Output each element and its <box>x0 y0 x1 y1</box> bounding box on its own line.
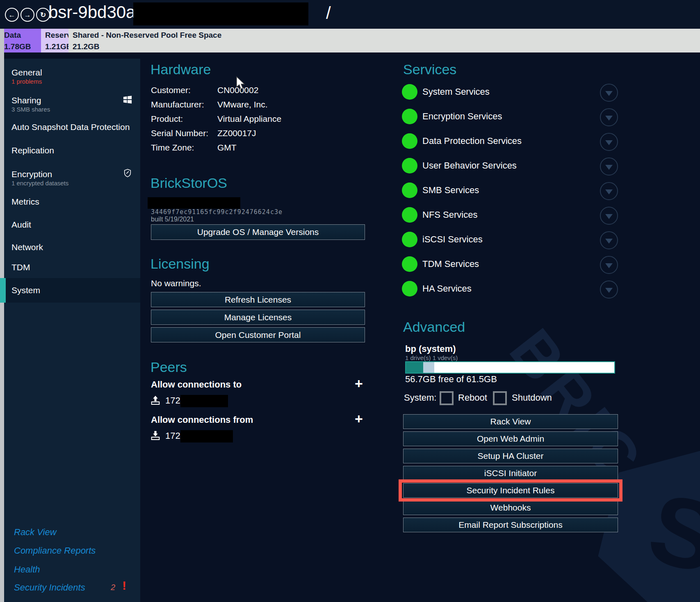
sidebar-item-auto-snapshot[interactable]: Auto Snapshot Data Protection <box>11 122 130 132</box>
service-expand-button[interactable] <box>600 133 618 151</box>
peer-ip-from: 172 <box>165 431 180 441</box>
pool-capacity-bar <box>405 361 615 374</box>
manage-licenses-button[interactable]: Manage Licenses <box>151 310 365 325</box>
watermark-letter: S <box>638 470 700 596</box>
sidebar-item-tdm[interactable]: TDM <box>11 262 30 272</box>
refresh-licenses-button[interactable]: Refresh Licenses <box>151 292 365 307</box>
status-green-dot <box>402 84 417 100</box>
status-green-dot <box>402 182 417 198</box>
security-incidents-count: 2 <box>111 583 115 592</box>
shutdown-checkbox[interactable] <box>493 391 507 405</box>
peers-section-title: Peers <box>150 359 187 375</box>
segment-value: 1.21GB <box>45 42 68 51</box>
sidebar-selected-accent-bar <box>0 278 6 303</box>
service-label: iSCSI Services <box>422 234 483 245</box>
hardware-row-label: Time Zone: <box>151 143 194 153</box>
service-label: Encryption Services <box>422 111 502 122</box>
sidebar-item-sharing[interactable]: Sharing <box>11 96 41 105</box>
sidebar-item-encryption[interactable]: Encryption <box>11 169 52 179</box>
setup-ha-cluster-button[interactable]: Setup HA Cluster <box>403 449 618 463</box>
nav-buttons: ← → ↻ <box>5 8 50 22</box>
service-row: SMB Services <box>402 182 479 198</box>
segment-value: 1.78GB <box>4 42 41 51</box>
status-green-dot <box>402 232 417 247</box>
email-report-subscriptions-button[interactable]: Email Report Subscriptions <box>403 518 618 532</box>
add-peer-from-button[interactable]: + <box>352 412 366 426</box>
hardware-row-label: Manufacturer: <box>151 100 204 109</box>
sidebar-link-rack-view[interactable]: Rack View <box>14 527 57 538</box>
service-expand-button[interactable] <box>600 182 618 200</box>
left-edge-strip <box>0 29 4 602</box>
chevron-down-icon <box>605 263 613 268</box>
chevron-down-icon <box>605 165 613 170</box>
rack-view-button[interactable]: Rack View <box>403 414 618 429</box>
hardware-row-value: GMT <box>217 143 237 153</box>
forward-icon[interactable]: → <box>21 8 34 22</box>
alert-exclamation-icon: ! <box>122 579 126 593</box>
upload-icon <box>150 394 161 406</box>
peer-ip-to: 172 <box>165 395 180 406</box>
open-web-admin-button[interactable]: Open Web Admin <box>403 431 618 446</box>
red-highlight-box <box>399 479 622 502</box>
status-green-dot <box>402 158 417 173</box>
service-expand-button[interactable] <box>600 108 618 126</box>
redacted-peer-ip <box>180 430 233 442</box>
pool-usage-bar: Data 1.78GB Reserv... 1.21GB Shared - No… <box>0 29 700 52</box>
iscsi-initiator-button[interactable]: iSCSI Initiator <box>403 466 618 481</box>
service-expand-button[interactable] <box>600 84 618 102</box>
sidebar-link-compliance-reports[interactable]: Compliance Reports <box>14 545 96 556</box>
redacted-peer-ip <box>180 395 228 407</box>
service-label: TDM Services <box>422 259 479 269</box>
pool-free-text: 56.7GB free of 61.5GB <box>405 374 497 385</box>
brickstor-system-page: BRICK S ← → ↻ bsr-9bd30a61 / Data 1.78GB… <box>0 0 700 602</box>
status-green-dot <box>402 207 417 223</box>
service-label: System Services <box>422 87 490 97</box>
shield-icon <box>123 169 132 178</box>
upgrade-os-button[interactable]: Upgrade OS / Manage Versions <box>151 224 365 240</box>
pool-used-segment <box>406 362 423 373</box>
allow-connections-to-label: Allow connections to <box>151 379 242 390</box>
service-expand-button[interactable] <box>600 280 618 299</box>
usage-segment-shared[interactable]: Shared - Non-Reserved Pool Free Space 21… <box>68 29 700 52</box>
hardware-row-label: Serial Number: <box>151 128 208 138</box>
service-row: User Behavior Services <box>402 157 517 174</box>
service-expand-button[interactable] <box>600 157 618 176</box>
service-expand-button[interactable] <box>600 256 618 274</box>
allow-connections-from-label: Allow connections from <box>151 415 253 425</box>
sidebar-item-replication[interactable]: Replication <box>11 146 54 155</box>
webhooks-button[interactable]: Webhooks <box>403 500 618 515</box>
open-customer-portal-button[interactable]: Open Customer Portal <box>151 327 365 342</box>
system-actions-label: System: <box>404 392 436 403</box>
add-peer-to-button[interactable]: + <box>352 376 366 390</box>
sidebar-item-audit[interactable]: Audit <box>11 220 31 230</box>
usage-segment-reserved[interactable]: Reserv... 1.21GB <box>41 29 68 52</box>
pool-name: bp (system) <box>405 344 456 354</box>
service-row: NFS Services <box>402 207 477 223</box>
status-green-dot <box>402 281 417 296</box>
chevron-down-icon <box>605 214 613 219</box>
sidebar: General 1 problems Sharing 3 SMB shares … <box>4 59 140 602</box>
service-label: Data Protection Services <box>422 136 522 146</box>
usage-segment-data[interactable]: Data 1.78GB <box>0 29 41 52</box>
sidebar-general-problems-badge: 1 problems <box>11 78 42 85</box>
sidebar-item-general[interactable]: General <box>11 68 42 78</box>
refresh-icon[interactable]: ↻ <box>36 8 50 22</box>
back-icon[interactable]: ← <box>5 8 19 22</box>
chevron-down-icon <box>605 116 613 121</box>
reboot-checkbox[interactable] <box>440 391 454 405</box>
service-expand-button[interactable] <box>600 207 618 225</box>
hardware-row-label: Customer: <box>151 85 191 95</box>
sidebar-item-system[interactable]: System <box>11 285 40 295</box>
sidebar-link-health[interactable]: Health <box>14 564 40 575</box>
chevron-down-icon <box>605 91 613 96</box>
sidebar-item-metrics[interactable]: Metrics <box>11 197 39 207</box>
status-green-dot <box>402 109 417 124</box>
shutdown-label: Shutdown <box>512 392 552 403</box>
sidebar-item-network[interactable]: Network <box>11 242 43 252</box>
service-row: iSCSI Services <box>402 231 483 248</box>
advanced-section-title: Advanced <box>403 319 465 335</box>
hardware-row-value: ZZ00017J <box>217 128 256 138</box>
chevron-down-icon <box>605 189 613 194</box>
sidebar-link-security-incidents[interactable]: Security Incidents <box>14 582 85 593</box>
service-expand-button[interactable] <box>600 231 618 249</box>
